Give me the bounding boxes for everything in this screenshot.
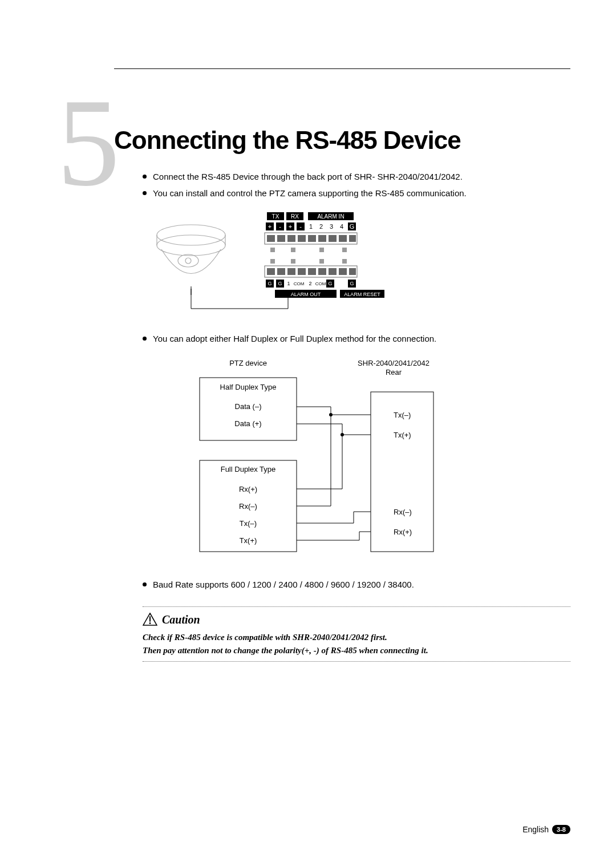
svg-rect-38 bbox=[270, 259, 275, 264]
wiring-right-header-sub: Rear bbox=[386, 368, 402, 377]
footer-page-number: 3-8 bbox=[552, 825, 570, 834]
svg-rect-45 bbox=[287, 268, 295, 275]
half-data-minus: Data (–) bbox=[235, 402, 262, 411]
svg-rect-43 bbox=[267, 268, 275, 275]
full-rxp: Rx(+) bbox=[239, 485, 257, 493]
svg-text:+: + bbox=[289, 223, 292, 230]
terminal-label-tx: TX bbox=[272, 213, 279, 220]
bullet-item: Connect the RS-485 Device through the ba… bbox=[143, 172, 570, 181]
warning-triangle-icon bbox=[143, 613, 157, 626]
chapter-number: 5 bbox=[57, 80, 120, 205]
svg-rect-34 bbox=[270, 248, 275, 252]
svg-rect-48 bbox=[318, 268, 326, 275]
duplex-bullet-list: You can adopt either Half Duplex or Full… bbox=[143, 334, 570, 343]
svg-rect-40 bbox=[319, 259, 324, 264]
svg-rect-37 bbox=[342, 248, 347, 252]
full-txp: Tx(+) bbox=[240, 536, 257, 545]
svg-text:4: 4 bbox=[340, 223, 343, 230]
svg-text:+: + bbox=[268, 223, 271, 230]
bullet-item: You can install and control the PTZ came… bbox=[143, 188, 570, 198]
half-duplex-title: Half Duplex Type bbox=[220, 383, 277, 391]
caution-top-divider bbox=[143, 606, 570, 607]
svg-text:G: G bbox=[278, 281, 282, 286]
page-footer: English 3-8 bbox=[522, 825, 570, 834]
caution-line1: Check if RS-485 device is compatible wit… bbox=[143, 633, 387, 642]
right-rxp: Rx(+) bbox=[394, 528, 412, 536]
right-txp: Tx(+) bbox=[394, 431, 411, 439]
right-txn: Tx(–) bbox=[394, 411, 411, 419]
svg-text:-: - bbox=[279, 223, 281, 230]
svg-text:1: 1 bbox=[309, 223, 313, 230]
footer-language: English bbox=[522, 825, 549, 834]
intro-bullet-list: Connect the RS-485 Device through the ba… bbox=[143, 172, 570, 198]
svg-rect-26 bbox=[277, 235, 285, 242]
svg-text:2: 2 bbox=[319, 223, 323, 230]
svg-text:3: 3 bbox=[330, 223, 333, 230]
svg-rect-28 bbox=[298, 235, 306, 242]
page-title: Connecting the RS-485 Device bbox=[114, 126, 570, 155]
svg-rect-39 bbox=[291, 259, 295, 264]
svg-text:1: 1 bbox=[287, 281, 290, 286]
wiring-diagram: PTZ device SHR-2040/2041/2042 Rear Half … bbox=[143, 358, 570, 565]
svg-rect-50 bbox=[339, 268, 347, 275]
svg-text:G: G bbox=[350, 223, 355, 230]
wiring-left-header: PTZ device bbox=[229, 359, 267, 367]
caution-label: Caution bbox=[162, 613, 200, 626]
svg-rect-49 bbox=[329, 268, 337, 275]
svg-rect-36 bbox=[319, 248, 324, 252]
svg-rect-29 bbox=[308, 235, 316, 242]
right-rxn: Rx(–) bbox=[394, 508, 412, 516]
ptz-camera-illustration bbox=[143, 212, 240, 298]
svg-rect-30 bbox=[318, 235, 326, 242]
baud-bullet-list: Baud Rate supports 600 / 1200 / 2400 / 4… bbox=[143, 580, 570, 589]
top-rule bbox=[114, 68, 570, 69]
svg-rect-27 bbox=[287, 235, 295, 242]
svg-text:G: G bbox=[268, 281, 271, 286]
svg-rect-25 bbox=[267, 235, 275, 242]
svg-point-4 bbox=[178, 254, 198, 267]
bullet-item: You can adopt either Half Duplex or Full… bbox=[143, 334, 570, 343]
svg-point-90 bbox=[329, 413, 333, 416]
full-txn: Tx(–) bbox=[240, 519, 257, 528]
svg-rect-41 bbox=[342, 259, 347, 264]
caution-body: Check if RS-485 device is compatible wit… bbox=[143, 631, 570, 657]
full-rxn: Rx(–) bbox=[239, 502, 257, 511]
svg-rect-51 bbox=[349, 268, 356, 275]
half-data-plus: Data (+) bbox=[234, 419, 261, 428]
svg-marker-70 bbox=[286, 290, 290, 294]
svg-text:-: - bbox=[299, 223, 302, 230]
svg-point-5 bbox=[185, 258, 191, 264]
svg-rect-35 bbox=[291, 248, 295, 252]
connection-line bbox=[143, 289, 399, 317]
svg-rect-32 bbox=[339, 235, 347, 242]
svg-text:COM: COM bbox=[294, 281, 305, 286]
terminal-label-rx: RX bbox=[291, 213, 299, 220]
svg-rect-44 bbox=[277, 268, 285, 275]
wiring-right-header: SHR-2040/2041/2042 bbox=[358, 359, 429, 367]
bullet-item: Baud Rate supports 600 / 1200 / 2400 / 4… bbox=[143, 580, 570, 589]
terminal-figure: TX RX ALARM IN + - + - 1 2 3 4 G bbox=[143, 212, 570, 319]
full-duplex-title: Full Duplex Type bbox=[221, 465, 276, 473]
svg-point-91 bbox=[341, 433, 344, 436]
svg-rect-46 bbox=[298, 268, 306, 275]
caution-line2: Then pay attention not to change the pol… bbox=[143, 646, 428, 655]
svg-rect-47 bbox=[308, 268, 316, 275]
svg-rect-33 bbox=[349, 235, 356, 242]
svg-text:2: 2 bbox=[309, 281, 311, 286]
terminal-label-alarmin: ALARM IN bbox=[317, 213, 344, 220]
svg-text:G: G bbox=[328, 281, 332, 286]
svg-rect-31 bbox=[329, 235, 337, 242]
caution-bottom-divider bbox=[143, 661, 570, 662]
svg-text:G: G bbox=[350, 281, 354, 286]
svg-text:COM: COM bbox=[315, 281, 326, 286]
svg-point-94 bbox=[149, 622, 151, 624]
caution-heading: Caution bbox=[143, 613, 570, 626]
